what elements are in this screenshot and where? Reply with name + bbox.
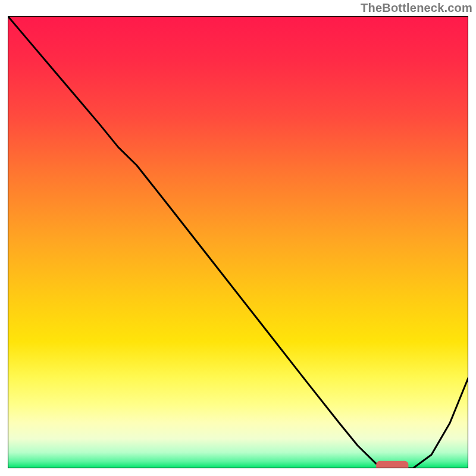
watermark-text: TheBottleneck.com bbox=[361, 1, 472, 15]
optimal-marker bbox=[376, 461, 408, 468]
chart-svg bbox=[8, 16, 468, 468]
chart-stage: TheBottleneck.com bbox=[0, 0, 476, 476]
gradient-background bbox=[8, 16, 468, 468]
bottleneck-chart bbox=[8, 16, 468, 468]
